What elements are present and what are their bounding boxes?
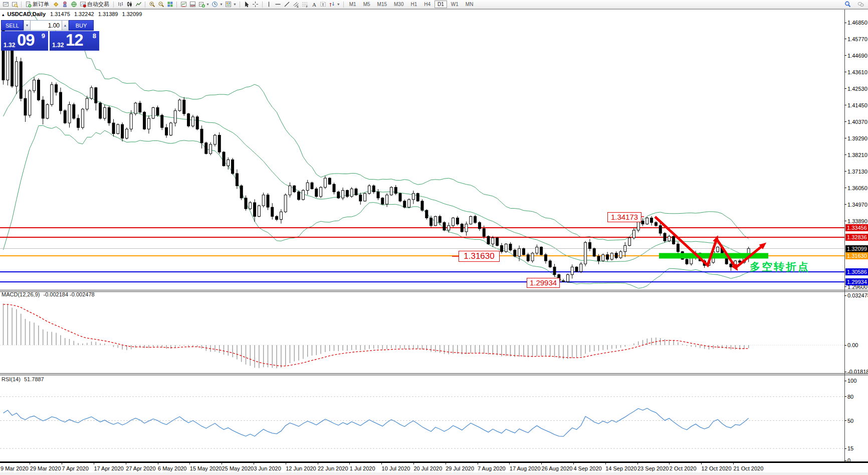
price-axis-tick-label: 1.44690 [847, 53, 867, 59]
price-callout-label[interactable]: 1.31630 [459, 251, 500, 262]
date-axis-label: 7 Apr 2020 [62, 465, 89, 471]
date-axis-label: 12 Jun 2020 [286, 465, 316, 471]
level-price-badge: 1.31630 [845, 252, 868, 259]
price-axis-tick-label: 1.38210 [847, 152, 867, 158]
macd-axis-label: 0.00 [847, 342, 858, 348]
price-axis-tick-label: 1.46850 [847, 20, 867, 26]
ask-big-digits: 12 [66, 31, 83, 50]
date-axis-label: 20 Jul 2020 [413, 465, 442, 471]
ask-pip-digit: 8 [93, 32, 96, 40]
high-value: 1.32242 [74, 11, 94, 17]
date-axis-label: 15 May 2020 [190, 465, 222, 471]
price-axis-tick-label: 1.37130 [847, 169, 867, 175]
date-axis-label: 27 Apr 2020 [126, 465, 155, 471]
macd-axis-label: -0.018182 [847, 369, 868, 375]
date-axis[interactable] [0, 462, 733, 464]
lot-size-input[interactable] [31, 20, 62, 31]
bollinger-bands [4, 0, 749, 288]
lot-increase-button[interactable]: ▲ [62, 20, 69, 31]
rsi-axis-label: 15 [847, 445, 853, 451]
date-axis-label: 4 Sep 2020 [573, 465, 601, 471]
bid-big-digits: 09 [17, 31, 35, 50]
mt4-terminal-window: { "toolbar": { "new_order_label": "新订单",… [0, 0, 868, 475]
sell-price-button[interactable]: 1.32 09 9 [1, 31, 48, 51]
date-axis-label: 12 Oct 2020 [702, 465, 732, 471]
date-axis-label: 29 Mar 2020 [30, 465, 61, 471]
price-axis-tick-label: 1.36050 [847, 185, 867, 191]
macd-indicator [0, 303, 844, 368]
rsi-axis-label: 100 [847, 378, 856, 384]
date-axis-label: 21 Oct 2020 [733, 465, 763, 471]
price-axis-tick-label: 1.33890 [847, 218, 867, 224]
rsi-value: 51.7887 [24, 376, 44, 382]
price-axis-tick-label: 1.40370 [847, 119, 867, 125]
price-axis-tick-label: 1.34970 [847, 202, 867, 208]
price-axis-tick-label: 1.42530 [847, 86, 867, 92]
buy-price-button[interactable]: 1.32 12 8 [50, 31, 99, 51]
sell-button[interactable]: SELL [1, 20, 24, 31]
expand-icon[interactable]: ▴ [2, 12, 5, 17]
rsi-axis-label: 80 [847, 394, 853, 400]
close-value: 1.32099 [122, 11, 142, 17]
bid-prefix: 1.32 [4, 42, 15, 49]
rsi-axis-label: 50 [847, 418, 853, 424]
date-axis-label: 6 May 2020 [158, 465, 186, 471]
level-price-badge: 1.33456 [845, 224, 868, 231]
open-value: 1.31475 [50, 11, 70, 17]
date-axis-label: 7 Aug 2020 [478, 465, 506, 471]
current-price-badge: 1.32099 [845, 245, 868, 252]
price-axis-tick-label: 1.45770 [847, 36, 867, 42]
price-chart-canvas[interactable] [0, 0, 868, 475]
date-axis-label: 17 Apr 2020 [94, 465, 123, 471]
price-axis-tick-label: 1.41450 [847, 102, 867, 108]
rsi-title: RSI(14) [2, 376, 21, 382]
price-axis-tick-label: 1.39290 [847, 135, 867, 141]
date-axis-label: 14 Sep 2020 [605, 465, 636, 471]
rsi-header: RSI(14) 51.7887 [2, 376, 44, 382]
macd-values: -0.002184 -0.002478 [43, 291, 94, 297]
candles-group [2, 25, 750, 282]
date-axis-label: 23 Sep 2020 [637, 465, 669, 471]
buy-button[interactable]: BUY [69, 20, 94, 31]
date-axis-label: 2 Oct 2020 [670, 465, 697, 471]
level-price-badge: 1.30586 [845, 268, 868, 275]
one-click-trading-panel: SELL ▼ ▲ BUY 1.32 09 9 1.32 12 8 [1, 20, 99, 51]
date-axis-label: 1 Jul 2020 [350, 465, 375, 471]
ask-prefix: 1.32 [52, 42, 64, 49]
date-axis-label: 17 Aug 2020 [510, 465, 541, 471]
macd-header: MACD(12,26,9) -0.002184 -0.002478 [2, 291, 95, 297]
date-axis-label: 25 May 2020 [222, 465, 254, 471]
price-callout-label[interactable]: 1.34173 [607, 212, 641, 222]
window-bottom-edge [0, 472, 868, 475]
bid-pip-digit: 9 [42, 32, 45, 40]
lot-decrease-button[interactable]: ▼ [24, 20, 31, 31]
macd-title: MACD(12,26,9) [2, 291, 40, 297]
date-axis-label: 3 Jun 2020 [254, 465, 281, 471]
level-price-badge: 1.29934 [845, 278, 868, 285]
date-axis-label: 22 Jun 2020 [318, 465, 348, 471]
rsi-axis-label: 0 [847, 457, 850, 463]
price-callout-label[interactable]: 1.29934 [527, 278, 560, 288]
bull-bear-turning-point-annotation[interactable]: 多空转折点 [750, 260, 810, 274]
date-axis-label: 10 Jul 2020 [382, 465, 410, 471]
date-axis-label: 9 Mar 2020 [1, 465, 29, 471]
macd-axis-label: 0.032478 [847, 292, 868, 298]
chart-title: ▴ USDCAD,Daily 1.31475 1.32242 1.31389 1… [2, 11, 144, 17]
symbol-period-label: USDCAD,Daily [8, 11, 46, 17]
date-axis-label: 29 Jul 2020 [446, 465, 474, 471]
level-price-badge: 1.32836 [845, 234, 868, 241]
price-axis-tick-label: 1.43610 [847, 69, 867, 75]
rsi-indicator [0, 397, 844, 448]
low-value: 1.31389 [98, 11, 118, 17]
date-axis-label: 26 Aug 2020 [542, 465, 573, 471]
panel-borders [0, 10, 868, 463]
